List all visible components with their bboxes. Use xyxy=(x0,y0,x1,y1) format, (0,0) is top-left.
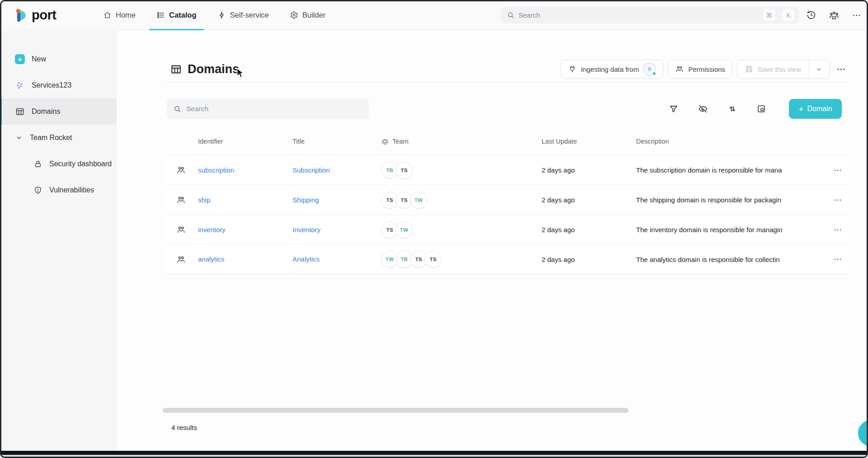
plug-icon xyxy=(568,65,577,74)
frame-bottom-strip xyxy=(1,455,867,457)
column-header-identifier[interactable]: Identifier xyxy=(198,138,292,145)
sort-icon[interactable] xyxy=(726,102,739,116)
team-icon xyxy=(381,138,389,145)
bolt-icon xyxy=(217,11,226,19)
main-nav: Home Catalog Self-service Builder xyxy=(93,0,336,30)
logo-text: port xyxy=(32,8,56,23)
nav-tab-builder[interactable]: Builder xyxy=(279,0,336,30)
organization-icon[interactable] xyxy=(829,10,840,21)
frame-bottom-bar xyxy=(1,451,867,455)
column-header-description[interactable]: Description xyxy=(636,138,827,145)
column-header-last-update[interactable]: Last Update xyxy=(542,138,636,145)
shield-icon xyxy=(33,186,42,195)
sidebar-item-label: Vulnerabilities xyxy=(49,186,94,194)
sidebar-item-security-dashboard[interactable]: Security dashboard xyxy=(0,151,116,177)
row-identifier-link[interactable]: analytics xyxy=(198,255,224,263)
row-teams: TWTBTSTS xyxy=(381,251,542,268)
people-icon xyxy=(675,65,684,74)
main-content: Domains Ingesting data from Permissions xyxy=(117,31,868,451)
row-more-icon[interactable] xyxy=(833,196,842,205)
more-icon[interactable] xyxy=(852,10,862,20)
global-search-placeholder: Search xyxy=(519,11,759,19)
team-badge[interactable]: TW xyxy=(396,221,413,238)
topbar: port Home Catalog Self-service Builder xyxy=(0,0,868,30)
sidebar: + New Services123 Domains Team Rocket Se… xyxy=(0,31,117,451)
team-badge[interactable]: TS xyxy=(425,251,442,268)
sidebar-item-vulnerabilities[interactable]: Vulnerabilities xyxy=(0,177,116,203)
row-identifier-link[interactable]: subscription xyxy=(198,166,234,174)
search-icon xyxy=(507,11,514,19)
nav-tab-label: Self-service xyxy=(230,11,269,19)
nav-tab-home[interactable]: Home xyxy=(93,0,146,30)
save-view-button[interactable]: Save this view xyxy=(737,60,808,78)
nav-tab-self-service[interactable]: Self-service xyxy=(207,0,279,30)
table-row[interactable]: inventory Inventory TSTW 2 days ago The … xyxy=(165,215,848,244)
row-description: The inventory domain is responsible for … xyxy=(636,226,827,234)
table-icon xyxy=(15,107,25,117)
sidebar-item-new[interactable]: + New xyxy=(0,46,116,72)
sidebar-item-label: Services123 xyxy=(32,81,71,89)
team-badge[interactable]: TW xyxy=(410,192,427,209)
column-header-title[interactable]: Title xyxy=(292,138,381,145)
group-by-icon[interactable] xyxy=(755,102,768,116)
row-teams: TSTSTW xyxy=(381,192,542,209)
save-icon xyxy=(745,65,754,74)
horizontal-scrollbar[interactable] xyxy=(163,408,628,413)
ingesting-data-button[interactable]: Ingesting data from xyxy=(561,60,663,79)
port-logo[interactable]: port xyxy=(13,0,56,30)
row-identifier-link[interactable]: ship xyxy=(198,196,211,204)
team-badge[interactable]: TS xyxy=(396,162,413,179)
permissions-button[interactable]: Permissions xyxy=(668,60,732,79)
nav-tab-label: Builder xyxy=(302,11,326,19)
row-last-update: 2 days ago xyxy=(542,226,636,234)
table-search-input[interactable]: Search xyxy=(167,98,369,119)
nav-tab-label: Home xyxy=(116,11,136,19)
row-more-icon[interactable] xyxy=(833,255,842,264)
table-row[interactable]: ship Shipping TSTSTW 2 days ago The ship… xyxy=(165,185,848,215)
add-domain-button[interactable]: + Domain xyxy=(789,99,842,119)
domains-table: Identifier Title Team Last Update Descri… xyxy=(165,128,848,274)
status-dot xyxy=(652,71,656,76)
sidebar-item-team-rocket[interactable]: Team Rocket xyxy=(0,125,116,151)
row-identifier-link[interactable]: inventory xyxy=(198,226,226,234)
command-key-badge: ⌘ xyxy=(763,9,776,22)
catalog-icon xyxy=(156,11,165,19)
row-title-link[interactable]: Subscription xyxy=(292,166,330,174)
nav-tab-catalog[interactable]: Catalog xyxy=(146,0,207,30)
global-search-input[interactable]: Search ⌘ K xyxy=(501,7,799,23)
row-teams: TSTW xyxy=(381,221,542,238)
table-row[interactable]: analytics Analytics TWTBTSTS 2 days ago … xyxy=(165,244,848,274)
filter-icon[interactable] xyxy=(667,102,680,116)
row-title-link[interactable]: Inventory xyxy=(292,226,321,234)
sidebar-item-services123[interactable]: Services123 xyxy=(0,72,116,98)
page-more-icon[interactable] xyxy=(834,62,848,76)
save-view-label: Save this view xyxy=(758,65,801,73)
sidebar-item-domains[interactable]: Domains xyxy=(0,98,116,125)
k-key-badge: K xyxy=(782,9,795,22)
sidebar-item-label: New xyxy=(32,55,46,63)
row-more-icon[interactable] xyxy=(833,225,842,234)
domain-entity-icon xyxy=(176,165,186,175)
sidebar-item-label: Security dashboard xyxy=(49,160,112,168)
column-header-team-label: Team xyxy=(392,138,408,145)
table-header: Identifier Title Team Last Update Descri… xyxy=(165,128,848,155)
hide-columns-icon[interactable] xyxy=(696,102,710,116)
row-description: The subscription domain is responsible f… xyxy=(636,166,827,174)
row-last-update: 2 days ago xyxy=(542,166,636,174)
sidebar-item-label: Team Rocket xyxy=(30,134,72,142)
row-title-link[interactable]: Shipping xyxy=(292,196,319,204)
row-more-icon[interactable] xyxy=(833,166,842,175)
plus-square-icon: + xyxy=(15,54,25,64)
sidebar-item-label: Domains xyxy=(32,107,60,116)
row-last-update: 2 days ago xyxy=(542,196,636,204)
history-icon[interactable] xyxy=(806,10,816,20)
save-view-dropdown[interactable] xyxy=(808,60,829,78)
ingest-source-icon xyxy=(643,63,656,76)
gear-icon xyxy=(290,11,298,19)
table-row[interactable]: subscription Subscription TBTS 2 days ag… xyxy=(165,155,848,185)
row-description: The analytics domain is responsible for … xyxy=(636,256,827,263)
column-header-team[interactable]: Team xyxy=(381,138,542,145)
domain-entity-icon xyxy=(176,255,186,264)
row-title-link[interactable]: Analytics xyxy=(292,255,320,263)
home-icon xyxy=(103,11,112,19)
